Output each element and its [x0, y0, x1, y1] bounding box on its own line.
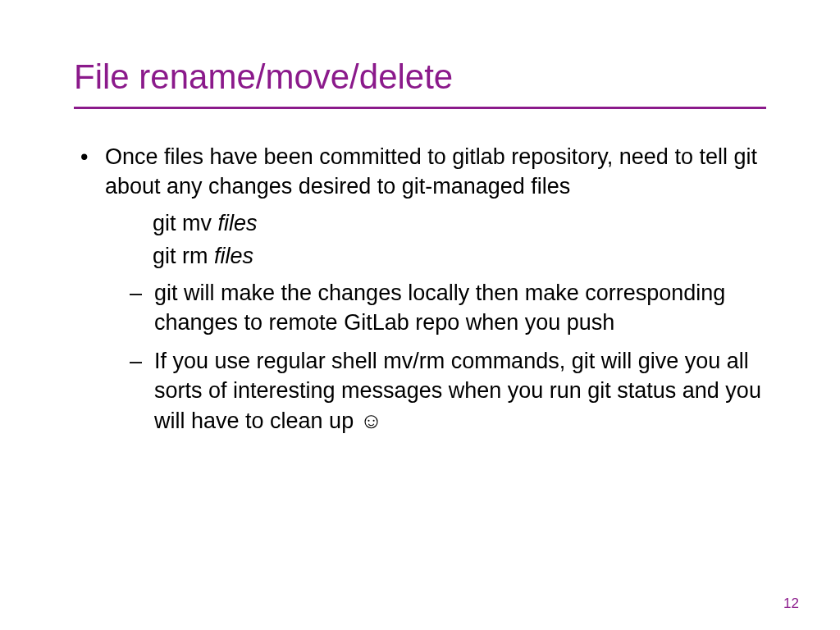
command-mv-arg: files: [218, 211, 258, 235]
bullet-list-level2: git will make the changes locally then m…: [105, 278, 766, 436]
command-mv-prefix: git mv: [153, 211, 218, 235]
bullet-main: Once files have been committed to gitlab…: [74, 142, 766, 436]
command-rm: git rm files: [153, 241, 766, 271]
sub-bullet-1-text: git will make the changes locally then m…: [154, 281, 725, 335]
page-number: 12: [783, 596, 799, 612]
slide-container: File rename/move/delete Once files have …: [0, 0, 840, 630]
smiley-icon: ☺: [360, 409, 383, 433]
bullet-list-level1: Once files have been committed to gitlab…: [74, 142, 766, 436]
title-divider: [74, 107, 766, 109]
command-list: git mv files git rm files: [105, 208, 766, 272]
command-rm-prefix: git rm: [153, 244, 214, 268]
slide-title: File rename/move/delete: [74, 57, 766, 97]
bullet-main-text: Once files have been committed to gitlab…: [105, 144, 757, 199]
sub-bullet-2: If you use regular shell mv/rm commands,…: [121, 346, 766, 436]
sub-bullet-1: git will make the changes locally then m…: [121, 278, 766, 338]
command-mv: git mv files: [153, 208, 766, 238]
command-rm-arg: files: [214, 244, 253, 268]
sub-bullet-2-text: If you use regular shell mv/rm commands,…: [154, 349, 761, 433]
slide-content: Once files have been committed to gitlab…: [74, 142, 766, 436]
